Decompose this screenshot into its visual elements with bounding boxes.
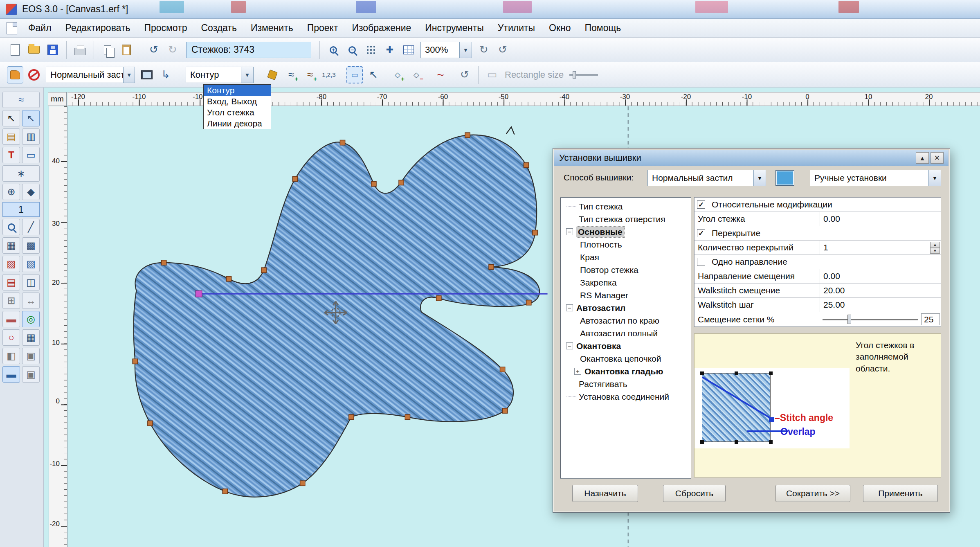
checkbox-checked[interactable]: ✓ [697, 200, 705, 209]
zoom-tool[interactable] [2, 219, 20, 235]
copy-button[interactable] [99, 41, 116, 59]
menu-image[interactable]: Изображение [345, 19, 418, 37]
overlap-count-input[interactable]: 1 [820, 241, 941, 254]
chevron-down-icon[interactable]: ▼ [459, 42, 472, 58]
print-button[interactable] [72, 41, 88, 59]
ellipse-tool[interactable]: ○ [2, 329, 20, 346]
backdrop-tool[interactable]: ▣ [22, 348, 40, 364]
redraw-button[interactable]: ↻ [476, 41, 492, 59]
offset-direction-input[interactable]: 0.00 [820, 269, 941, 283]
tree-item[interactable]: Растягивать [560, 378, 691, 390]
fit-view-button[interactable]: ✚ [382, 41, 398, 59]
add-fill-button[interactable]: ≈+ [283, 66, 299, 83]
punch-tool[interactable]: ⊕ [2, 184, 20, 200]
center-tool[interactable]: ◎ [22, 311, 40, 327]
mdi-document-icon[interactable] [7, 22, 17, 34]
grid-toggle-button[interactable] [363, 41, 379, 59]
tree-item[interactable]: Тип стежка отверстия [560, 213, 691, 225]
spinner-control[interactable]: ▲ ▼ [930, 242, 940, 254]
select-region-button[interactable]: ▭ [346, 66, 363, 83]
close-curve-button[interactable]: ↺ [456, 66, 473, 83]
tree-item[interactable]: −Окантовка [560, 340, 691, 352]
rectangle-size-slider[interactable] [569, 74, 598, 76]
text-tool[interactable]: T [2, 147, 20, 163]
dialog-title-bar[interactable]: Установки вышивки ▴ × [554, 150, 949, 166]
tree-collapse-icon[interactable]: − [566, 228, 573, 235]
zoom-in-button[interactable]: + [325, 41, 342, 59]
active-object-tool-button[interactable] [7, 66, 23, 83]
save-button[interactable] [45, 41, 61, 59]
checkbox-checked[interactable]: ✓ [697, 229, 705, 237]
delete-node-button[interactable]: ◇− [408, 66, 425, 83]
eraser-tool[interactable]: ▬ [2, 311, 20, 327]
curve-node-button[interactable]: ~ [432, 66, 449, 83]
walkstitch-offset-input[interactable]: 20.00 [820, 284, 941, 297]
menu-utilities[interactable]: Утилиты [491, 19, 542, 37]
ruler-tool[interactable]: ▬ [2, 366, 20, 383]
fill-type-combo[interactable]: Нормальный заст ▼ [46, 67, 135, 83]
spin-up-icon[interactable]: ▲ [930, 242, 940, 248]
raster-tool[interactable]: ▦ [22, 329, 40, 346]
menu-edit[interactable]: Редактировать [58, 19, 137, 37]
checkbox-unchecked[interactable] [697, 258, 705, 266]
undo-button[interactable]: ↺ [146, 41, 162, 59]
display-mode-combo[interactable]: Контур ▼ [186, 67, 254, 83]
stitch-fill-tool[interactable]: ▨ [2, 256, 20, 272]
close-button[interactable]: × [931, 152, 944, 164]
fill-tool-button[interactable] [264, 66, 281, 83]
menu-modify[interactable]: Изменить [244, 19, 300, 37]
sequence-button[interactable] [139, 66, 155, 83]
chevron-down-icon[interactable]: ▼ [928, 170, 941, 186]
fill-method-combo[interactable]: Нормальный застил ▼ [647, 170, 766, 186]
stitch-column-tool[interactable]: ◫ [22, 274, 40, 290]
regenerate-button[interactable]: ↺ [494, 41, 511, 59]
rollup-button[interactable]: ▴ [916, 152, 929, 164]
menu-view[interactable]: Просмотр [137, 19, 194, 37]
machine-tool[interactable]: ▣ [22, 366, 40, 383]
transform-button[interactable]: ↖ [365, 66, 382, 83]
draw-tool[interactable]: ╱ [22, 219, 40, 235]
menu-tools[interactable]: Инструменты [418, 19, 490, 37]
tree-collapse-icon[interactable]: − [566, 342, 573, 349]
stitch-pattern-tool[interactable]: ▤ [2, 274, 20, 290]
paste-button[interactable] [118, 41, 135, 59]
collapse-button[interactable]: Сократить >> [775, 485, 850, 502]
tree-item[interactable]: Повтор стежка [560, 263, 691, 276]
magic-tool[interactable]: ∗ [2, 165, 40, 182]
stitch-table-button[interactable] [400, 41, 417, 59]
grid-tool[interactable]: ▦ [2, 237, 20, 254]
chevron-down-icon[interactable]: ▼ [753, 170, 766, 186]
slider-handle[interactable] [573, 71, 576, 79]
menu-project[interactable]: Проект [300, 19, 345, 37]
stitch-angle-input[interactable]: 0.00 [820, 212, 941, 226]
menu-window[interactable]: Окно [542, 19, 578, 37]
tree-item[interactable]: Плотность [560, 238, 691, 251]
tree-item[interactable]: Тип стежка [560, 200, 691, 213]
tree-item[interactable]: Автозастил полный [560, 327, 691, 340]
layer-number-field[interactable]: 1 [2, 202, 40, 217]
dropdown-option-stitch-angle[interactable]: Угол стежка [204, 107, 271, 118]
settings-preset-combo[interactable]: Ручные установки ▼ [810, 170, 941, 186]
stitch-order-button[interactable]: 1,2,3 [321, 66, 337, 83]
tree-item[interactable]: Окантовка цепочкой [560, 352, 691, 365]
tree-item[interactable]: Края [560, 251, 691, 263]
shape-tool[interactable]: ▭ [22, 147, 40, 163]
open-button[interactable] [26, 41, 42, 59]
reset-button[interactable]: Сбросить [663, 485, 726, 502]
export-tool[interactable]: ◧ [2, 348, 20, 364]
tree-collapse-icon[interactable]: − [566, 304, 573, 311]
entry-exit-button[interactable]: ↳ [157, 66, 174, 83]
clone-tool[interactable]: ▤ [2, 128, 20, 145]
embroidery-shape[interactable] [134, 135, 539, 497]
menu-file[interactable]: Файл [21, 19, 58, 37]
tree-item[interactable]: −Основные [560, 225, 691, 238]
move-tool[interactable]: ↔ [22, 293, 40, 309]
tree-item[interactable]: RS Manager [560, 289, 691, 302]
chevron-down-icon[interactable]: ▼ [241, 67, 253, 83]
sequence-view-tool[interactable]: ▥ [22, 128, 40, 145]
slider-thumb[interactable] [847, 315, 851, 324]
select-tool[interactable]: ↖ [2, 110, 20, 126]
zoom-level-combo[interactable]: 300% ▼ [420, 42, 472, 58]
add-node-button[interactable]: ◇+ [389, 66, 406, 83]
chevron-down-icon[interactable]: ▼ [123, 67, 135, 83]
